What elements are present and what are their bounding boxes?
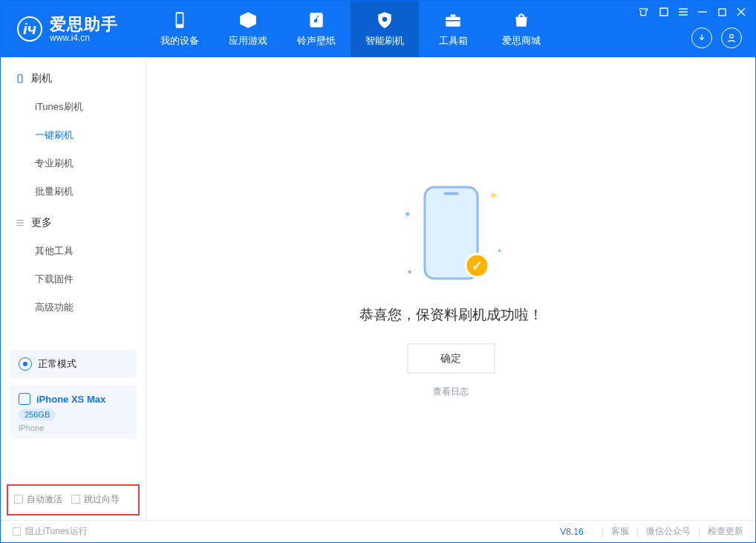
svg-rect-16 bbox=[18, 75, 22, 83]
version-label: V8.16 bbox=[560, 527, 583, 537]
auto-activate-checkbox[interactable]: 自动激活 bbox=[14, 493, 62, 506]
mode-dot-icon bbox=[19, 357, 32, 371]
phone-icon bbox=[170, 10, 189, 30]
side-item-download-firmware[interactable]: 下载固件 bbox=[1, 265, 146, 293]
header-actions bbox=[691, 27, 742, 48]
sparkle-icon: ✦ bbox=[497, 247, 503, 254]
maximize-icon[interactable] bbox=[717, 7, 727, 17]
svg-rect-5 bbox=[451, 14, 456, 16]
nav-toolbox[interactable]: 工具箱 bbox=[419, 1, 487, 57]
download-button[interactable] bbox=[691, 27, 712, 48]
ok-button[interactable]: 确定 bbox=[407, 343, 495, 373]
top-nav: 我的设备 应用游戏 铃声壁纸 智能刷机 工具箱 爱思商城 bbox=[146, 1, 555, 57]
toolbox-icon bbox=[443, 10, 463, 30]
device-storage-badge: 256GB bbox=[19, 409, 56, 420]
svg-point-3 bbox=[382, 17, 388, 22]
device-phone-icon bbox=[19, 393, 30, 405]
sparkle-icon: ✦ bbox=[402, 207, 413, 221]
footer-link-support[interactable]: 客服 bbox=[611, 525, 629, 538]
svg-point-15 bbox=[730, 34, 734, 38]
side-item-other-tools[interactable]: 其他工具 bbox=[1, 237, 146, 265]
nav-my-device[interactable]: 我的设备 bbox=[146, 1, 214, 57]
logo[interactable]: iч 爱思助手 www.i4.cn bbox=[1, 1, 146, 57]
shirt-icon[interactable] bbox=[639, 7, 650, 17]
window-controls bbox=[639, 7, 746, 17]
mode-card[interactable]: 正常模式 bbox=[10, 350, 137, 378]
cube-icon bbox=[238, 10, 258, 30]
skip-guide-checkbox[interactable]: 跳过向导 bbox=[71, 493, 120, 506]
content: ✦ ✦ ✦ ✦ ✓ 恭喜您，保资料刷机成功啦！ 确定 查看日志 bbox=[146, 57, 755, 520]
side-item-itunes-flash[interactable]: iTunes刷机 bbox=[1, 93, 146, 121]
success-message: 恭喜您，保资料刷机成功啦！ bbox=[359, 305, 543, 324]
nav-ringtone-wallpaper[interactable]: 铃声壁纸 bbox=[282, 1, 351, 57]
phone-outline-icon bbox=[14, 74, 25, 85]
menu-icon[interactable] bbox=[678, 7, 688, 17]
list-icon bbox=[14, 218, 25, 229]
svg-rect-7 bbox=[660, 8, 668, 16]
check-badge-icon: ✓ bbox=[464, 253, 489, 278]
device-name: iPhone XS Max bbox=[36, 394, 105, 405]
logo-icon: iч bbox=[17, 16, 42, 42]
svg-rect-12 bbox=[718, 8, 725, 15]
svg-rect-6 bbox=[446, 20, 460, 22]
side-item-batch-flash[interactable]: 批量刷机 bbox=[1, 178, 146, 206]
close-icon[interactable] bbox=[736, 7, 746, 17]
device-type: iPhone bbox=[19, 423, 128, 432]
success-illustration: ✦ ✦ ✦ ✦ ✓ bbox=[391, 180, 510, 291]
svg-rect-4 bbox=[446, 17, 460, 27]
rect-icon[interactable] bbox=[659, 7, 669, 17]
footer-link-wechat[interactable]: 微信公众号 bbox=[646, 525, 691, 538]
success-panel: ✦ ✦ ✦ ✦ ✓ 恭喜您，保资料刷机成功啦！ 确定 查看日志 bbox=[359, 180, 543, 397]
header: iч 爱思助手 www.i4.cn 我的设备 应用游戏 铃声壁纸 智能刷机 工具… bbox=[1, 1, 755, 57]
footer-link-update[interactable]: 检查更新 bbox=[708, 525, 743, 538]
side-item-pro-flash[interactable]: 专业刷机 bbox=[1, 149, 146, 178]
nav-store[interactable]: 爱思商城 bbox=[487, 1, 555, 57]
nav-smart-flash[interactable]: 智能刷机 bbox=[351, 1, 419, 57]
nav-apps-games[interactable]: 应用游戏 bbox=[214, 1, 282, 57]
sparkle-icon: ✦ bbox=[487, 188, 500, 204]
user-button[interactable] bbox=[721, 27, 742, 48]
block-itunes-checkbox[interactable]: 阻止iTunes运行 bbox=[13, 525, 88, 538]
app-domain: www.i4.cn bbox=[50, 33, 118, 42]
side-item-oneclick-flash[interactable]: 一键刷机 bbox=[1, 121, 146, 149]
sparkle-icon: ✦ bbox=[406, 267, 413, 276]
body: 刷机 iTunes刷机 一键刷机 专业刷机 批量刷机 更多 其他工具 下载固件 … bbox=[1, 57, 755, 520]
footer: 阻止iTunes运行 V8.16 | 客服 | 微信公众号 | 检查更新 bbox=[1, 520, 755, 542]
device-box: 正常模式 iPhone XS Max 256GB iPhone bbox=[10, 350, 137, 438]
music-icon bbox=[307, 10, 326, 30]
minimize-icon[interactable] bbox=[697, 7, 708, 17]
side-group-flash: 刷机 bbox=[1, 62, 146, 93]
bag-icon bbox=[512, 10, 531, 30]
highlighted-options: 自动激活 跳过向导 bbox=[7, 484, 140, 516]
shield-icon bbox=[375, 10, 394, 30]
view-log-link[interactable]: 查看日志 bbox=[433, 385, 469, 397]
side-item-advanced[interactable]: 高级功能 bbox=[1, 293, 146, 322]
sidebar: 刷机 iTunes刷机 一键刷机 专业刷机 批量刷机 更多 其他工具 下载固件 … bbox=[1, 57, 146, 520]
app-name: 爱思助手 bbox=[50, 16, 118, 33]
device-card[interactable]: iPhone XS Max 256GB iPhone bbox=[10, 386, 137, 438]
svg-rect-1 bbox=[177, 13, 183, 24]
side-group-more: 更多 bbox=[1, 206, 146, 237]
